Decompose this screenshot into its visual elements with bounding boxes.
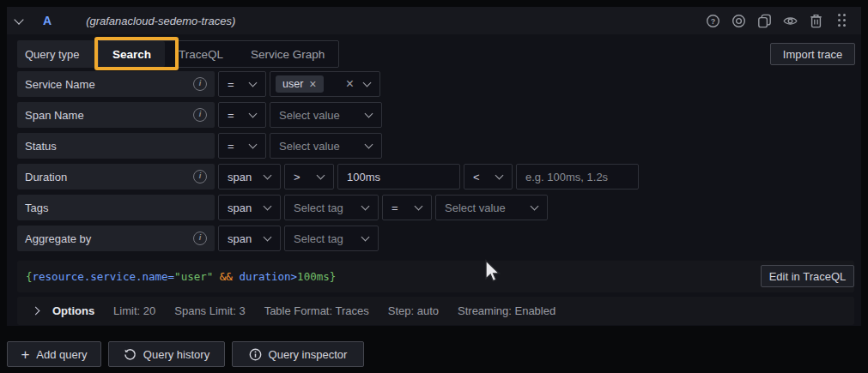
duration-label: Duration i	[17, 164, 215, 190]
chevron-down-icon	[14, 15, 23, 24]
chevron-down-icon	[264, 232, 272, 241]
options-bar[interactable]: Options Limit: 20 Spans Limit: 3 Table F…	[17, 297, 854, 325]
service-name-label: Service Name i	[17, 71, 215, 97]
status-label: Status	[17, 133, 215, 159]
chevron-down-icon	[363, 78, 372, 87]
tags-operator-select[interactable]: =	[382, 195, 432, 220]
span-name-operator-select[interactable]: =	[218, 102, 266, 128]
aggregate-by-scope-select[interactable]: span	[218, 226, 281, 251]
query-ref-id: A	[43, 14, 52, 27]
option-streaming: Streaming: Enabled	[458, 304, 555, 317]
chevron-down-icon	[264, 171, 272, 179]
edit-in-traceql-button[interactable]: Edit in TraceQL	[761, 265, 854, 287]
chevron-down-icon	[317, 171, 325, 179]
chevron-down-icon	[361, 202, 370, 210]
tab-traceql[interactable]: TraceQL	[165, 41, 237, 67]
span-name-value-select[interactable]: Select value	[270, 102, 382, 128]
import-trace-button[interactable]: Import trace	[770, 43, 855, 65]
tags-scope-select[interactable]: span	[218, 195, 281, 220]
trash-icon[interactable]	[809, 14, 823, 28]
aggregate-by-label: Aggregate by i	[17, 226, 215, 251]
query-header-actions: ?	[706, 14, 861, 28]
concentric-circle-icon[interactable]	[731, 14, 746, 28]
option-step: Step: auto	[388, 304, 439, 317]
options-title: Options	[52, 304, 94, 317]
traceql-preview: {resource.service.name="user" && duratio…	[17, 261, 854, 292]
drag-handle-icon[interactable]	[835, 14, 849, 28]
chevron-down-icon	[249, 140, 258, 148]
traceql-query-text: {resource.service.name="user" && duratio…	[17, 270, 336, 283]
tags-label: Tags	[17, 195, 215, 220]
duration-lt-value-input[interactable]: e.g. 100ms, 1.2s	[516, 164, 639, 190]
aggregate-by-tag-select[interactable]: Select tag	[284, 226, 379, 251]
datasource-name: (grafanacloud-sedemo-traces)	[86, 15, 235, 27]
span-name-label: Span Name i	[17, 102, 215, 128]
info-icon[interactable]: i	[193, 170, 207, 183]
chevron-down-icon	[361, 232, 370, 241]
chevron-down-icon	[365, 140, 373, 148]
query-type-label: Query type	[17, 40, 96, 68]
duration-lt-operator-select[interactable]: <	[464, 164, 513, 190]
chevron-down-icon	[365, 109, 373, 117]
option-table-format: Table Format: Traces	[264, 304, 369, 317]
service-name-value-select[interactable]: user × ×	[270, 71, 380, 97]
query-editor-body: Query type Search TraceQL Service Graph …	[7, 34, 861, 326]
info-icon[interactable]: i	[193, 77, 207, 91]
query-inspector-button[interactable]: Query inspector	[232, 341, 364, 367]
query-row-header: A (grafanacloud-sedemo-traces) ?	[7, 7, 861, 34]
duration-gt-operator-select[interactable]: >	[284, 164, 334, 190]
add-query-button[interactable]: + Add query	[7, 341, 101, 367]
tags-tag-select[interactable]: Select tag	[284, 195, 379, 220]
chevron-down-icon	[249, 78, 258, 87]
chevron-right-icon	[32, 307, 40, 316]
chevron-down-icon	[415, 202, 423, 210]
chevron-down-icon	[249, 109, 258, 117]
duration-gt-value-input[interactable]: 100ms	[337, 164, 460, 190]
plus-icon: +	[21, 347, 29, 362]
clear-value-icon[interactable]: ×	[346, 77, 354, 91]
info-icon[interactable]: i	[193, 108, 207, 122]
collapse-query-button[interactable]	[7, 19, 31, 23]
svg-text:?: ?	[711, 16, 716, 25]
info-circle-icon	[249, 348, 262, 361]
eye-icon[interactable]	[783, 14, 798, 28]
status-value-select[interactable]: Select value	[270, 133, 382, 159]
service-name-operator-select[interactable]: =	[218, 71, 266, 97]
query-history-button[interactable]: Query history	[108, 341, 225, 367]
chevron-down-icon	[495, 171, 504, 179]
tab-search[interactable]: Search	[99, 41, 165, 67]
history-icon	[124, 348, 137, 361]
duration-scope-select[interactable]: span	[218, 164, 281, 190]
tags-value-select[interactable]: Select value	[435, 195, 548, 220]
info-icon[interactable]: i	[193, 232, 207, 245]
tab-service-graph[interactable]: Service Graph	[237, 41, 338, 67]
option-spans-limit: Spans Limit: 3	[174, 304, 245, 317]
help-icon[interactable]: ?	[706, 14, 720, 28]
remove-tag-icon[interactable]: ×	[309, 78, 316, 90]
query-type-radio-group: Search TraceQL Service Graph	[98, 40, 339, 68]
chevron-down-icon	[531, 202, 539, 210]
selected-tag-chip[interactable]: user ×	[276, 75, 324, 93]
grafana-query-editor: A (grafanacloud-sedemo-traces) ?	[0, 0, 868, 373]
option-limit: Limit: 20	[113, 304, 155, 317]
copy-icon[interactable]	[757, 14, 772, 28]
chevron-down-icon	[264, 202, 272, 210]
status-operator-select[interactable]: =	[218, 133, 266, 159]
